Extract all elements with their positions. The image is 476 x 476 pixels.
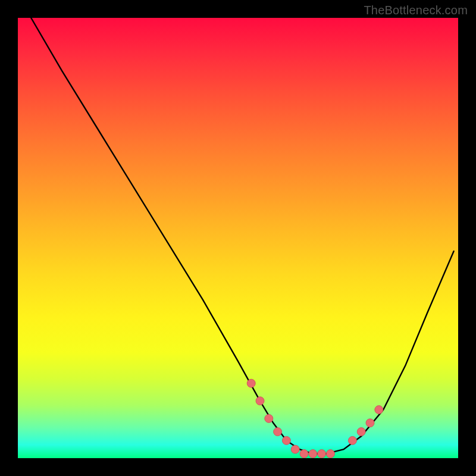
chart-overlay-svg (18, 18, 458, 458)
marker-dot (291, 445, 299, 453)
marker-dot (247, 379, 255, 387)
marker-dot (326, 450, 334, 458)
bottleneck-curve (31, 18, 453, 454)
marker-dot (265, 414, 273, 422)
marker-dot (348, 436, 356, 444)
marker-dot (357, 428, 365, 436)
marker-dot (375, 406, 383, 414)
marker-dot (366, 419, 374, 427)
marker-dot (256, 397, 264, 405)
marker-dot (318, 450, 326, 458)
marker-dot (309, 450, 317, 458)
marker-dot (282, 436, 290, 444)
watermark-text: TheBottleneck.com (364, 4, 468, 17)
marker-dots-group (247, 379, 383, 458)
marker-dot (300, 450, 308, 458)
marker-dot (274, 428, 282, 436)
